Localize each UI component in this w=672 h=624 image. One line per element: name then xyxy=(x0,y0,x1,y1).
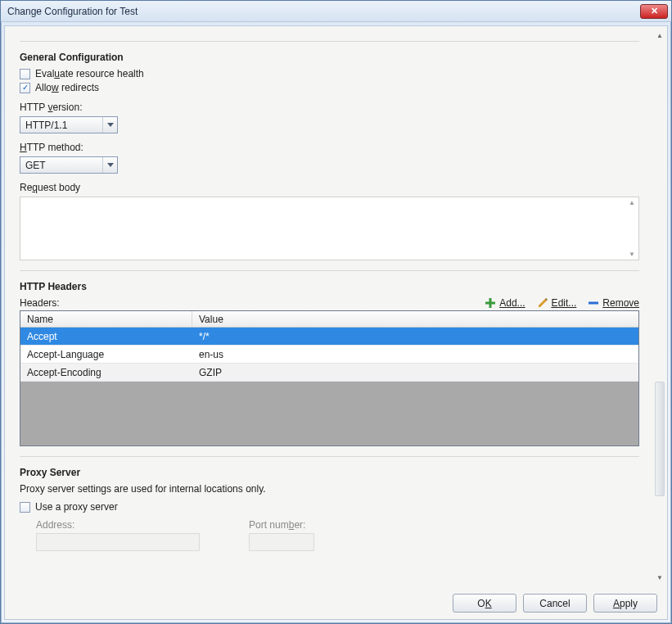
proxy-address-input[interactable] xyxy=(36,533,200,551)
evaluate-health-label: Evaluate resource health xyxy=(35,68,144,79)
cell-value: en-us xyxy=(192,349,638,360)
scroll-down-icon: ▼ xyxy=(654,572,665,583)
textarea-scrollbar[interactable]: ▲ ▼ xyxy=(627,199,637,258)
remove-header-label: Remove xyxy=(602,297,639,309)
dialog-window: Change Configuration for Test ✕ General … xyxy=(0,0,672,624)
proxy-note: Proxy server settings are used for inter… xyxy=(20,483,639,495)
close-button[interactable]: ✕ xyxy=(640,4,668,19)
svg-rect-6 xyxy=(589,302,598,305)
cell-name: Accept-Language xyxy=(20,349,192,360)
http-method-label: HTTP method: xyxy=(20,142,639,153)
dialog-button-bar: OK Cancel Apply xyxy=(453,594,657,613)
add-header-label: Add... xyxy=(499,297,525,309)
svg-marker-1 xyxy=(107,163,114,167)
svg-rect-3 xyxy=(485,302,495,305)
close-icon: ✕ xyxy=(651,7,658,16)
cell-name: Accept xyxy=(20,331,192,342)
pencil-icon xyxy=(537,297,548,309)
general-heading: General Configuration xyxy=(20,52,639,63)
title-bar: Change Configuration for Test ✕ xyxy=(1,1,671,22)
use-proxy-label: Use a proxy server xyxy=(35,501,118,513)
apply-button[interactable]: Apply xyxy=(593,594,657,613)
plus-icon xyxy=(485,297,496,309)
window-title: Change Configuration for Test xyxy=(7,6,640,17)
http-method-select[interactable]: GET xyxy=(20,156,118,174)
evaluate-health-checkbox[interactable] xyxy=(20,69,30,79)
http-version-value: HTTP/1.1 xyxy=(25,120,67,131)
proxy-port-label: Port number: xyxy=(249,519,314,531)
http-method-value: GET xyxy=(25,160,46,171)
headers-table-head: Name Value xyxy=(20,311,638,328)
client-area: General Configuration Evaluate resource … xyxy=(4,25,668,620)
cancel-button[interactable]: Cancel xyxy=(523,594,587,613)
content-pane: General Configuration Evaluate resource … xyxy=(5,26,654,586)
chevron-down-icon xyxy=(102,117,117,133)
svg-marker-4 xyxy=(539,299,547,307)
table-row[interactable]: Accept */* xyxy=(20,328,638,346)
proxy-heading: Proxy Server xyxy=(20,467,639,478)
request-body-textarea[interactable]: ▲ ▼ xyxy=(20,197,639,260)
http-version-label: HTTP version: xyxy=(20,102,639,113)
headers-label: Headers: xyxy=(20,297,60,309)
table-row[interactable]: Accept-Encoding GZIP xyxy=(20,364,638,382)
minus-icon xyxy=(588,297,599,309)
chevron-down-icon xyxy=(102,157,117,173)
allow-redirects-label: Allow redirects xyxy=(35,82,99,93)
allow-redirects-checkbox[interactable] xyxy=(20,83,30,93)
http-version-select[interactable]: HTTP/1.1 xyxy=(20,116,118,133)
add-header-button[interactable]: Add... xyxy=(485,297,525,309)
col-name[interactable]: Name xyxy=(20,311,192,327)
remove-header-button[interactable]: Remove xyxy=(588,297,639,309)
proxy-address-label: Address: xyxy=(36,519,200,531)
cell-name: Accept-Encoding xyxy=(20,367,192,378)
ok-button[interactable]: OK xyxy=(453,594,516,613)
request-body-label: Request body xyxy=(20,182,639,193)
cell-value: GZIP xyxy=(192,367,638,378)
table-row[interactable]: Accept-Language en-us xyxy=(20,346,638,364)
edit-header-label: Edit... xyxy=(552,297,577,309)
svg-marker-0 xyxy=(107,123,114,127)
vertical-scrollbar[interactable]: ▲ ▼ xyxy=(654,29,665,583)
scroll-down-icon: ▼ xyxy=(629,251,635,258)
proxy-port-input[interactable] xyxy=(249,533,314,551)
scroll-up-icon: ▲ xyxy=(654,29,665,41)
use-proxy-checkbox[interactable] xyxy=(20,502,30,513)
scroll-thumb[interactable] xyxy=(655,382,665,496)
col-value[interactable]: Value xyxy=(192,311,638,327)
edit-header-button[interactable]: Edit... xyxy=(537,297,577,309)
http-headers-heading: HTTP Headers xyxy=(20,281,639,292)
cell-value: */* xyxy=(192,331,638,342)
headers-table[interactable]: Name Value Accept */* Accept-Language en… xyxy=(20,310,639,446)
scroll-up-icon: ▲ xyxy=(629,199,635,206)
